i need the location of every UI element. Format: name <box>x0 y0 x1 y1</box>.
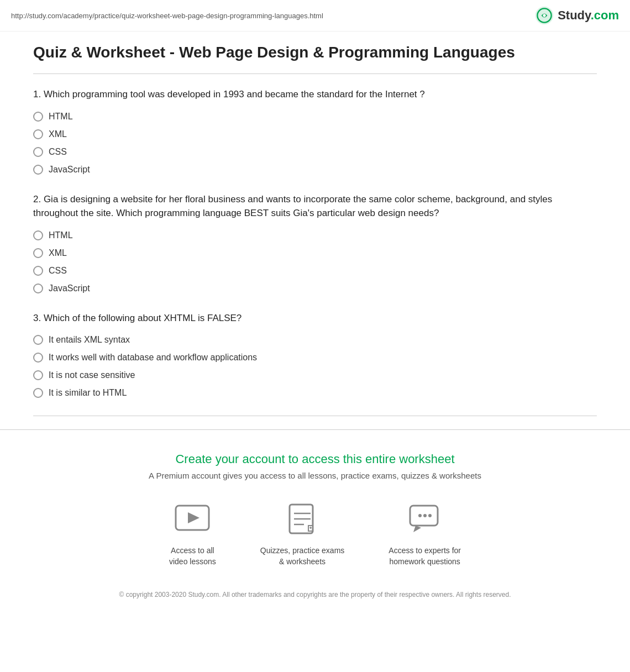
question-3: 3. Which of the following about XHTML is… <box>33 311 597 398</box>
question-2-text: 2. Gia is designing a website for her fl… <box>33 192 597 221</box>
svg-point-14 <box>423 514 427 517</box>
question-2-options: HTMLXMLCSSJavaScript <box>33 230 597 293</box>
feature-quizzes: Quizzes, practice exams& worksheets <box>260 500 345 567</box>
option-label: JavaScript <box>49 165 90 175</box>
radio-icon[interactable] <box>33 112 43 122</box>
question-3-option-0[interactable]: It entails XML syntax <box>33 335 597 345</box>
question-3-text: 3. Which of the following about XHTML is… <box>33 311 597 326</box>
feature-experts: Access to experts forhomework questions <box>389 500 461 567</box>
svg-point-2 <box>543 14 545 17</box>
option-label: JavaScript <box>49 284 90 293</box>
page-title: Quiz & Worksheet - Web Page Design & Pro… <box>33 43 597 62</box>
question-1: 1. Which programming tool was developed … <box>33 87 597 175</box>
logo-area: Study.com <box>534 6 619 25</box>
option-label: HTML <box>49 230 73 240</box>
feature-experts-label: Access to experts forhomework questions <box>389 545 461 567</box>
cta-title: Create your account to access this entir… <box>11 452 619 466</box>
footer-text: © copyright 2003-2020 Study.com. All oth… <box>11 590 619 600</box>
option-label: It entails XML syntax <box>49 335 130 345</box>
radio-icon[interactable] <box>33 335 43 345</box>
question-1-option-2[interactable]: CSS <box>33 147 597 157</box>
quiz-icon <box>283 500 322 539</box>
top-divider <box>33 74 597 74</box>
radio-icon[interactable] <box>33 248 43 258</box>
option-label: HTML <box>49 112 73 122</box>
question-1-option-1[interactable]: XML <box>33 129 597 139</box>
main-content: Quiz & Worksheet - Web Page Design & Pro… <box>22 32 608 416</box>
question-2-option-1[interactable]: XML <box>33 248 597 258</box>
option-label: XML <box>49 248 67 258</box>
option-label: CSS <box>49 147 67 157</box>
questions-container: 1. Which programming tool was developed … <box>33 87 597 398</box>
question-3-option-3[interactable]: It is similar to HTML <box>33 388 597 398</box>
option-label: It is not case sensitive <box>49 370 135 380</box>
radio-icon[interactable] <box>33 230 43 240</box>
feature-video: Access to allvideo lessons <box>169 500 216 567</box>
feature-video-label: Access to allvideo lessons <box>169 545 216 567</box>
top-bar: http://study.com/academy/practice/quiz-w… <box>0 0 630 32</box>
bottom-divider <box>33 416 597 416</box>
question-2-option-3[interactable]: JavaScript <box>33 284 597 293</box>
svg-marker-12 <box>413 526 421 532</box>
question-3-option-1[interactable]: It works well with database and workflow… <box>33 353 597 363</box>
question-3-options: It entails XML syntaxIt works well with … <box>33 335 597 398</box>
svg-marker-4 <box>188 512 200 523</box>
chat-icon <box>406 500 444 539</box>
option-label: CSS <box>49 266 67 276</box>
radio-icon[interactable] <box>33 388 43 398</box>
svg-point-13 <box>418 514 422 517</box>
option-label: It is similar to HTML <box>49 388 127 398</box>
question-1-option-0[interactable]: HTML <box>33 112 597 122</box>
question-1-option-3[interactable]: JavaScript <box>33 165 597 175</box>
question-2: 2. Gia is designing a website for her fl… <box>33 192 597 293</box>
radio-icon[interactable] <box>33 165 43 175</box>
url-bar: http://study.com/academy/practice/quiz-w… <box>11 12 323 20</box>
radio-icon[interactable] <box>33 370 43 380</box>
radio-icon[interactable] <box>33 129 43 139</box>
features-row: Access to allvideo lessons Quizzes, prac… <box>11 500 619 567</box>
option-label: It works well with database and workflow… <box>49 353 257 363</box>
video-icon <box>173 500 212 539</box>
question-2-option-2[interactable]: CSS <box>33 266 597 276</box>
question-2-option-0[interactable]: HTML <box>33 230 597 240</box>
cta-subtitle: A Premium account gives you access to al… <box>11 471 619 480</box>
option-label: XML <box>49 129 67 139</box>
radio-icon[interactable] <box>33 266 43 276</box>
cta-section: Create your account to access this entir… <box>0 429 630 622</box>
radio-icon[interactable] <box>33 284 43 293</box>
question-3-option-2[interactable]: It is not case sensitive <box>33 370 597 380</box>
question-1-text: 1. Which programming tool was developed … <box>33 87 597 102</box>
logo-text: Study.com <box>558 8 619 23</box>
radio-icon[interactable] <box>33 147 43 157</box>
svg-point-15 <box>428 514 432 517</box>
question-1-options: HTMLXMLCSSJavaScript <box>33 112 597 175</box>
feature-quizzes-label: Quizzes, practice exams& worksheets <box>260 545 345 567</box>
studycom-logo-icon <box>534 6 554 25</box>
radio-icon[interactable] <box>33 353 43 363</box>
